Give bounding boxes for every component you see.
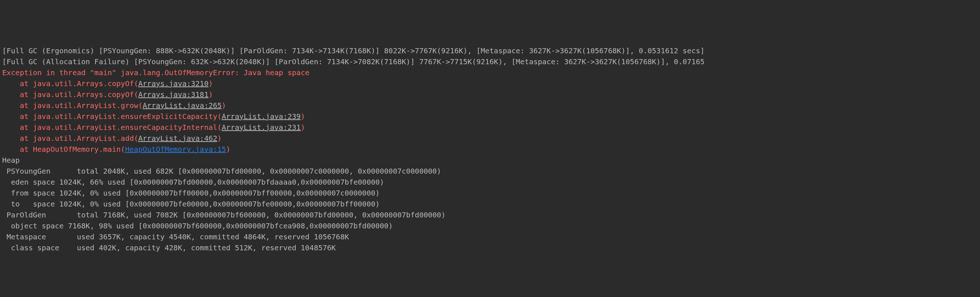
stacktrace-prefix: at java.util.ArrayList.add( <box>2 134 138 143</box>
exception-header-text: Exception in thread "main" java.lang.Out… <box>2 68 310 77</box>
stacktrace-prefix: at java.util.ArrayList.ensureExplicitCap… <box>2 112 222 121</box>
stacktrace-prefix: at HeapOutOfMemory.main( <box>2 145 125 153</box>
gc-log-text: [Full GC (Ergonomics) [PSYoungGen: 888K-… <box>2 46 705 55</box>
heap-dump-text: class space used 402K, capacity 428K, co… <box>2 243 336 252</box>
stacktrace-prefix: at java.util.ArrayList.ensureCapacityInt… <box>2 123 222 132</box>
stacktrace-suffix: ) <box>222 101 226 110</box>
stacktrace-suffix: ) <box>208 90 213 99</box>
stacktrace-line: at java.util.ArrayList.grow(ArrayList.ja… <box>2 100 978 111</box>
stacktrace-prefix: at java.util.Arrays.copyOf( <box>2 79 138 88</box>
heap-dump-text: to space 1024K, 0% used [0x00000007bfe00… <box>2 200 380 208</box>
heap-dump-text: Heap <box>2 156 20 164</box>
stacktrace-suffix: ) <box>301 112 305 121</box>
gc-log-text: [Full GC (Allocation Failure) [PSYoungGe… <box>2 57 705 66</box>
stacktrace-source-link[interactable]: Arrays.java:3210 <box>138 79 208 88</box>
heap-dump-line: to space 1024K, 0% used [0x00000007bfe00… <box>2 198 978 209</box>
stacktrace-suffix: ) <box>226 145 231 153</box>
heap-dump-text: eden space 1024K, 66% used [0x00000007bf… <box>2 178 384 187</box>
stacktrace-source-link[interactable]: ArrayList.java:265 <box>143 101 222 110</box>
heap-dump-text: Metaspace used 3657K, capacity 4540K, co… <box>2 232 349 241</box>
stacktrace-suffix: ) <box>208 79 213 88</box>
heap-dump-line: Heap <box>2 155 978 166</box>
stacktrace-source-link[interactable]: HeapOutOfMemory.java:15 <box>125 145 226 153</box>
heap-dump-line: object space 7168K, 98% used [0x00000007… <box>2 220 978 232</box>
stacktrace-line: at java.util.ArrayList.add(ArrayList.jav… <box>2 133 978 144</box>
console-output: [Full GC (Ergonomics) [PSYoungGen: 888K-… <box>2 45 978 253</box>
stacktrace-prefix: at java.util.ArrayList.grow( <box>2 101 143 110</box>
heap-dump-line: PSYoungGen total 2048K, used 682K [0x000… <box>2 166 978 177</box>
heap-dump-line: class space used 402K, capacity 428K, co… <box>2 242 978 253</box>
heap-dump-text: PSYoungGen total 2048K, used 682K [0x000… <box>2 167 441 176</box>
gc-log-line: [Full GC (Allocation Failure) [PSYoungGe… <box>2 56 978 67</box>
stacktrace-suffix: ) <box>217 134 222 143</box>
stacktrace-line: at HeapOutOfMemory.main(HeapOutOfMemory.… <box>2 144 978 155</box>
heap-dump-text: from space 1024K, 0% used [0x00000007bff… <box>2 188 380 197</box>
stacktrace-source-link[interactable]: ArrayList.java:239 <box>222 112 301 121</box>
stacktrace-suffix: ) <box>301 123 305 132</box>
heap-dump-text: ParOldGen total 7168K, used 7082K [0x000… <box>2 211 445 219</box>
heap-dump-line: ParOldGen total 7168K, used 7082K [0x000… <box>2 209 978 220</box>
gc-log-line: [Full GC (Ergonomics) [PSYoungGen: 888K-… <box>2 45 978 56</box>
stacktrace-source-link[interactable]: ArrayList.java:462 <box>138 134 217 143</box>
stacktrace-line: at java.util.ArrayList.ensureCapacityInt… <box>2 122 978 133</box>
stacktrace-line: at java.util.Arrays.copyOf(Arrays.java:3… <box>2 78 978 89</box>
stacktrace-line: at java.util.Arrays.copyOf(Arrays.java:3… <box>2 89 978 100</box>
heap-dump-line: from space 1024K, 0% used [0x00000007bff… <box>2 188 978 198</box>
heap-dump-text: object space 7168K, 98% used [0x00000007… <box>2 222 393 230</box>
heap-dump-line: Metaspace used 3657K, capacity 4540K, co… <box>2 232 978 242</box>
stacktrace-line: at java.util.ArrayList.ensureExplicitCap… <box>2 111 978 122</box>
stacktrace-source-link[interactable]: Arrays.java:3181 <box>138 90 208 99</box>
heap-dump-line: eden space 1024K, 66% used [0x00000007bf… <box>2 177 978 188</box>
stacktrace-prefix: at java.util.Arrays.copyOf( <box>2 90 138 99</box>
stacktrace-source-link[interactable]: ArrayList.java:231 <box>222 123 301 132</box>
exception-header-line: Exception in thread "main" java.lang.Out… <box>2 67 978 78</box>
